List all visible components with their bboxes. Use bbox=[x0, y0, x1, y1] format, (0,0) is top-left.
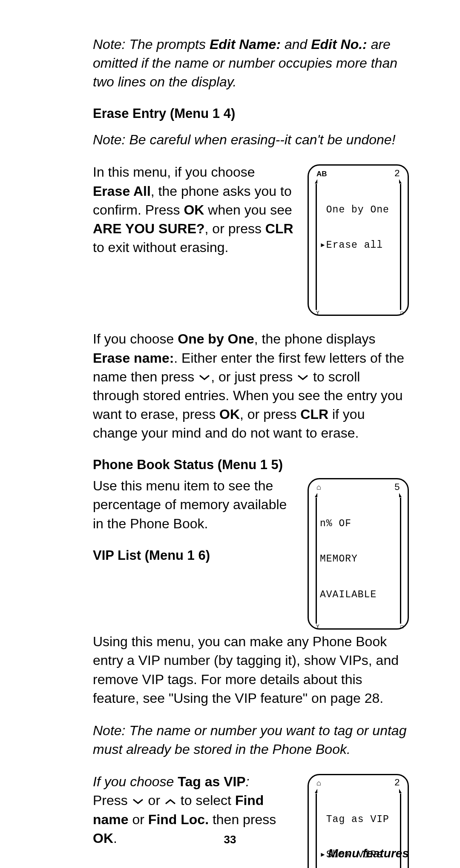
text: or bbox=[144, 793, 164, 808]
battery-bar-right-icon: ◻ bbox=[398, 493, 402, 624]
erase-entry-para1: In this menu, if you choose Erase All, t… bbox=[93, 163, 296, 257]
signal-bar-left-icon: Y bbox=[314, 493, 318, 624]
text: In this menu, if you choose bbox=[93, 164, 255, 180]
signal-bar-left-icon: Y bbox=[314, 789, 318, 868]
text: when you see bbox=[204, 202, 292, 218]
text: and bbox=[281, 37, 311, 52]
screen-indicator-right: 2 bbox=[394, 777, 400, 789]
text-bold: Find Loc. bbox=[148, 812, 209, 827]
screen-line: n% OF bbox=[320, 518, 397, 529]
screen-line: AVAILABLE bbox=[320, 589, 397, 600]
heading-vip-list: VIP List (Menu 1 6) bbox=[93, 547, 296, 564]
text-bold: Tag as VIP bbox=[178, 774, 245, 789]
text: If you choose bbox=[93, 331, 178, 347]
screen-lines: One by One ▸Erase all bbox=[318, 179, 398, 310]
manual-page: Note: The prompts Edit Name: and Edit No… bbox=[0, 0, 460, 868]
home-icon: ⌂ bbox=[316, 483, 321, 493]
heading-erase-entry: Erase Entry (Menu 1 4) bbox=[93, 105, 409, 123]
screen-indicator-left: AB bbox=[316, 169, 327, 178]
text-bold: OK bbox=[219, 407, 240, 422]
chevron-down-icon bbox=[297, 375, 308, 381]
chevron-up-icon bbox=[165, 799, 176, 805]
text: or bbox=[129, 812, 148, 827]
text-italic: If you choose bbox=[93, 774, 178, 789]
heading-phone-book-status: Phone Book Status (Menu 1 5) bbox=[93, 456, 409, 474]
section-footer-label: Menu features bbox=[328, 845, 409, 862]
chevron-down-icon bbox=[199, 375, 210, 381]
text-bold: OK bbox=[184, 202, 204, 218]
screen-indicator-right: 5 bbox=[394, 482, 400, 494]
text: , the phone displays bbox=[254, 331, 376, 347]
text-bold: CLR bbox=[300, 407, 328, 422]
vip-list-note: Note: The name or number you want to tag… bbox=[93, 721, 409, 759]
text: Press bbox=[93, 793, 132, 808]
text: to select bbox=[177, 793, 235, 808]
text-bold: ARE YOU SURE? bbox=[93, 221, 205, 236]
phone-screen-memory: ⌂ 5 Y n% OF MEMORY AVAILABLE ◻ bbox=[308, 478, 409, 630]
signal-bar-left-icon: Y bbox=[314, 179, 318, 310]
chevron-down-icon bbox=[132, 799, 144, 805]
vip-list-para1: Using this menu, you can make any Phone … bbox=[93, 632, 409, 708]
phone-book-status-para: Use this menu item to see the percentage… bbox=[93, 476, 296, 533]
phone-book-status-row: Use this menu item to see the percentage… bbox=[93, 476, 409, 630]
text: Note: The prompts bbox=[93, 37, 210, 52]
text: , or just press bbox=[211, 369, 296, 384]
screen-line: One by One bbox=[320, 204, 397, 215]
text-bold: Erase name: bbox=[93, 350, 174, 366]
intro-note: Note: The prompts Edit Name: and Edit No… bbox=[93, 35, 409, 91]
text-bold: Edit Name: bbox=[210, 37, 281, 52]
text-bold: Edit No.: bbox=[311, 37, 367, 52]
screen-line: MEMORY bbox=[320, 553, 397, 564]
screen-lines: n% OF MEMORY AVAILABLE bbox=[318, 493, 398, 624]
text: then press bbox=[209, 812, 276, 827]
erase-entry-row: In this menu, if you choose Erase All, t… bbox=[93, 163, 409, 316]
phone-screen-erase: AB 2 Y One by One ▸Erase all ◻ bbox=[308, 164, 409, 316]
erase-warning-note: Note: Be careful when erasing--it can't … bbox=[93, 130, 409, 149]
erase-entry-para2: If you choose One by One, the phone disp… bbox=[93, 329, 409, 442]
home-icon: ⌂ bbox=[316, 779, 321, 788]
text: , or press bbox=[240, 407, 300, 422]
text: to exit without erasing. bbox=[93, 240, 228, 255]
text-bold: CLR bbox=[265, 221, 293, 236]
text: , or press bbox=[205, 221, 265, 236]
screen-indicator-right: 2 bbox=[394, 168, 400, 180]
battery-bar-right-icon: ◻ bbox=[398, 179, 402, 310]
text-italic: : bbox=[246, 774, 250, 789]
screen-line: Tag as VIP bbox=[320, 814, 397, 825]
text-bold: One by One bbox=[178, 331, 254, 347]
screen-line: ▸Erase all bbox=[320, 239, 397, 250]
text-bold: Erase All bbox=[93, 183, 151, 199]
